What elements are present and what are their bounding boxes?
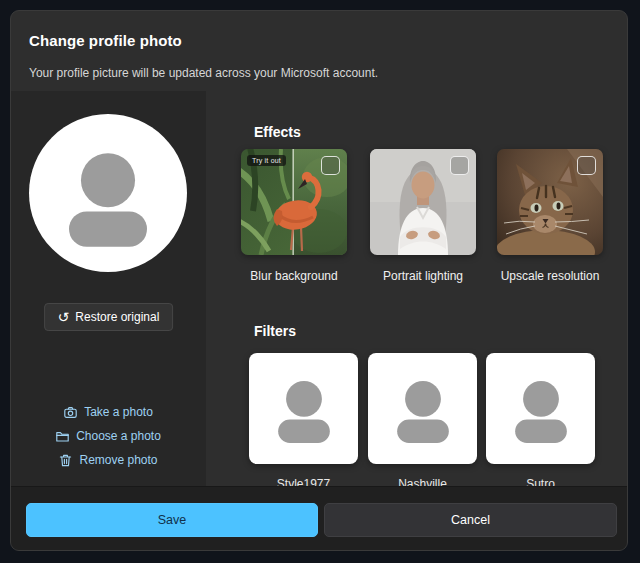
restore-original-button[interactable]: ↺ Restore original xyxy=(44,303,174,331)
effect-card-portrait-lighting[interactable] xyxy=(370,149,476,255)
profile-preview-panel: ↺ Restore original Take a photo xyxy=(11,91,206,486)
change-profile-photo-dialog: Change profile photo Your profile pictur… xyxy=(10,10,628,551)
person-icon xyxy=(515,381,567,443)
filter-label-style1977: Style1977 xyxy=(249,477,358,486)
upscale-resolution-checkbox[interactable] xyxy=(577,156,596,175)
filter-label-nashville: Nashville xyxy=(368,477,477,486)
folder-icon xyxy=(56,430,69,443)
filter-label-sutro: Sutro xyxy=(486,477,595,486)
photo-actions: Take a photo Choose a photo Remove xyxy=(11,405,206,467)
cancel-button[interactable]: Cancel xyxy=(324,503,617,537)
effect-card-blur-background[interactable]: Try it out xyxy=(241,149,347,255)
take-photo-link[interactable]: Take a photo xyxy=(64,405,153,419)
blur-background-checkbox[interactable] xyxy=(321,156,340,175)
person-icon xyxy=(278,381,330,443)
filter-card-style1977[interactable] xyxy=(249,353,358,464)
dialog-subtitle: Your profile picture will be updated acr… xyxy=(29,66,378,80)
take-photo-label: Take a photo xyxy=(84,405,153,419)
person-icon xyxy=(69,153,147,247)
choose-photo-label: Choose a photo xyxy=(76,429,161,443)
effects-heading: Effects xyxy=(254,124,301,140)
effect-label-upscale-resolution: Upscale resolution xyxy=(497,269,603,283)
filter-card-nashville[interactable] xyxy=(368,353,477,464)
restore-original-label: Restore original xyxy=(75,310,159,324)
restore-icon: ↺ xyxy=(58,310,70,324)
portrait-lighting-checkbox[interactable] xyxy=(450,156,469,175)
remove-photo-label: Remove photo xyxy=(79,453,157,467)
effect-label-blur-background: Blur background xyxy=(241,269,347,283)
effect-card-upscale-resolution[interactable] xyxy=(497,149,603,255)
dialog-title: Change profile photo xyxy=(29,32,182,49)
profile-avatar xyxy=(29,114,187,272)
save-button[interactable]: Save xyxy=(26,503,318,537)
effect-label-portrait-lighting: Portrait lighting xyxy=(370,269,476,283)
trash-icon xyxy=(59,454,72,467)
person-icon xyxy=(397,381,449,443)
filters-heading: Filters xyxy=(254,323,296,339)
dialog-footer: Save Cancel xyxy=(11,486,627,550)
filter-card-sutro[interactable] xyxy=(486,353,595,464)
dialog-content: ↺ Restore original Take a photo xyxy=(11,91,627,486)
remove-photo-link[interactable]: Remove photo xyxy=(59,453,157,467)
choose-photo-link[interactable]: Choose a photo xyxy=(56,429,161,443)
camera-icon xyxy=(64,406,77,419)
try-it-out-badge: Try it out xyxy=(247,155,286,166)
